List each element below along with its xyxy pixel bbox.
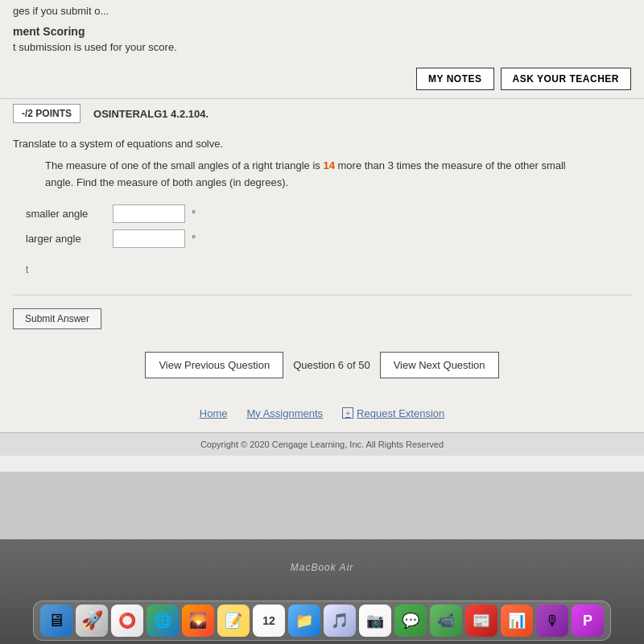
dock-chrome[interactable]: ⭕ xyxy=(111,605,143,637)
dock-podcast[interactable]: 🎙 xyxy=(536,605,568,637)
dock-p-app[interactable]: P xyxy=(572,605,604,637)
question-meta: -/2 POINTS OSINTERALG1 4.2.104. xyxy=(0,98,644,128)
question-header: MY NOTES ASK YOUR TEACHER xyxy=(0,60,644,98)
mac-dock-area: MacBook Air 🖥 🚀 ⭕ 🌐 🌄 📝 12 📁 🎵 📷 💬 📹 📰 📊… xyxy=(0,539,644,644)
home-link[interactable]: Home xyxy=(200,407,228,419)
question-highlight: 14 xyxy=(323,159,334,171)
request-extension-label: Request Extension xyxy=(357,407,444,419)
question-text-part3: angle. Find the measure of both angles (… xyxy=(45,176,288,188)
question-instruction: Translate to a system of equations and s… xyxy=(13,138,631,150)
my-assignments-link[interactable]: My Assignments xyxy=(246,407,323,419)
scoring-description: t submission is used for your score. xyxy=(13,41,631,53)
dock-numbers[interactable]: 📊 xyxy=(501,605,533,637)
dock-folder[interactable]: 📁 xyxy=(288,605,320,637)
smaller-degree-symbol: ° xyxy=(192,208,196,220)
question-counter: Question 6 of 50 xyxy=(293,359,369,371)
dock-music[interactable]: 🎵 xyxy=(324,605,356,637)
smaller-angle-label: smaller angle xyxy=(26,208,106,220)
question-text-part2: more than 3 times the measure of the oth… xyxy=(335,159,566,171)
request-extension-link[interactable]: + Request Extension xyxy=(342,407,444,419)
dock-facetime[interactable]: 📹 xyxy=(430,605,462,637)
dock-notes[interactable]: 📝 xyxy=(217,605,250,637)
dock-launchpad[interactable]: 🚀 xyxy=(76,605,108,637)
question-text: The measure of one of the small angles o… xyxy=(13,158,631,192)
larger-angle-label: larger angle xyxy=(26,233,106,245)
question-text-part1: The measure of one of the small angles o… xyxy=(45,159,323,171)
question-body: Translate to a system of equations and s… xyxy=(0,128,644,288)
mac-dock: 🖥 🚀 ⭕ 🌐 🌄 📝 12 📁 🎵 📷 💬 📹 📰 📊 🎙 P xyxy=(33,601,611,641)
copyright-text: Copyright © 2020 Cengage Learning, Inc. … xyxy=(200,440,444,449)
dock-finder[interactable]: 🖥 xyxy=(40,605,72,637)
partial-top-text: ges if you submit o... xyxy=(0,0,644,19)
dock-calendar[interactable]: 12 xyxy=(253,605,285,637)
dock-safari[interactable]: 🌐 xyxy=(147,605,179,637)
smaller-angle-row: smaller angle ° xyxy=(26,204,631,223)
smaller-angle-input[interactable] xyxy=(113,204,185,223)
next-question-button[interactable]: View Next Question xyxy=(380,352,499,378)
footnote: t xyxy=(13,261,631,279)
copyright-bar: Copyright © 2020 Cengage Learning, Inc. … xyxy=(0,432,644,456)
divider xyxy=(13,295,631,295)
dock-news[interactable]: 📰 xyxy=(465,605,497,637)
dock-photos2[interactable]: 📷 xyxy=(359,605,391,637)
navigation-section: View Previous Question Question 6 of 50 … xyxy=(0,336,644,394)
submit-section: Submit Answer xyxy=(0,302,644,336)
question-id: OSINTERALG1 4.2.104. xyxy=(93,108,208,120)
submit-answer-button[interactable]: Submit Answer xyxy=(13,308,101,329)
answer-fields: smaller angle ° larger angle ° xyxy=(13,204,631,248)
scoring-title: ment Scoring xyxy=(13,25,631,38)
macbook-air-label: MacBook Air xyxy=(291,562,354,573)
dock-messages[interactable]: 💬 xyxy=(394,605,427,637)
mac-desktop-bar xyxy=(0,539,644,557)
larger-angle-row: larger angle ° xyxy=(26,229,631,248)
points-badge: -/2 POINTS xyxy=(13,104,80,123)
dock-photos[interactable]: 🌄 xyxy=(182,605,214,637)
extension-icon: + xyxy=(342,407,353,419)
ask-teacher-button[interactable]: ASK YOUR TEACHER xyxy=(501,68,631,90)
footer-links: Home My Assignments + Request Extension xyxy=(0,394,644,432)
larger-degree-symbol: ° xyxy=(192,233,196,245)
larger-angle-input[interactable] xyxy=(113,229,185,248)
prev-question-button[interactable]: View Previous Question xyxy=(145,352,283,378)
my-notes-button[interactable]: MY NOTES xyxy=(416,68,493,90)
